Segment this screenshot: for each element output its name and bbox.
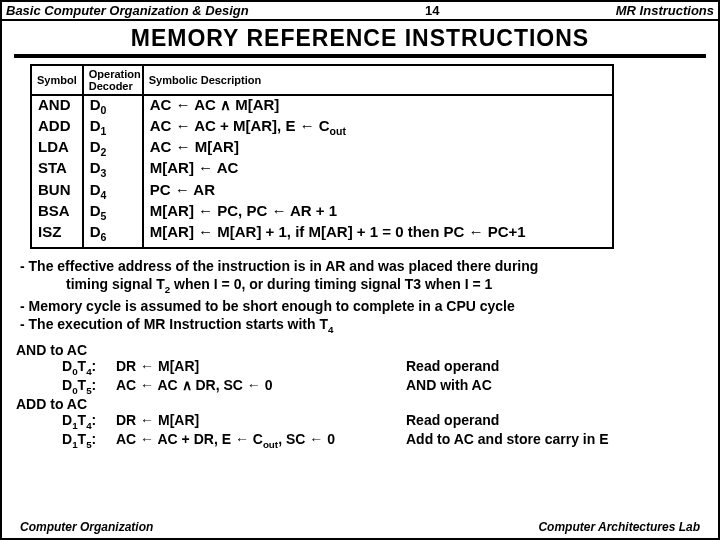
instruction-table: Symbol Operation Decoder Symbolic Descri… <box>30 64 614 249</box>
footer-bar: Computer Organization Computer Architect… <box>2 520 718 534</box>
slide-page: Basic Computer Organization & Design 14 … <box>0 0 720 540</box>
cell-decoder: D0 <box>83 95 143 117</box>
exec-comment: AND with AC <box>406 377 704 396</box>
th-decoder: Operation Decoder <box>83 65 143 95</box>
table-row: LDAD2AC ← M[AR] <box>31 138 613 159</box>
th-symbol: Symbol <box>31 65 83 95</box>
cell-decoder: D4 <box>83 181 143 202</box>
exec-expr: DR ← M[AR] <box>116 412 406 431</box>
exec-row: D1T4: DR ← M[AR] Read operand <box>16 412 704 431</box>
cell-symbol: LDA <box>31 138 83 159</box>
table-row: ANDD0AC ← AC ∧ M[AR] <box>31 95 613 117</box>
exec-label: D0T4: <box>16 358 116 377</box>
cell-decoder: D3 <box>83 159 143 180</box>
table-row: BSAD5M[AR] ← PC, PC ← AR + 1 <box>31 202 613 223</box>
exec-comment: Add to AC and store carry in E <box>406 431 704 450</box>
cell-description: AC ← AC ∧ M[AR] <box>143 95 613 117</box>
header-left: Basic Computer Organization & Design <box>6 3 249 18</box>
header-bar: Basic Computer Organization & Design 14 … <box>2 2 718 21</box>
exec-row: D0T4: DR ← M[AR] Read operand <box>16 358 704 377</box>
header-right: MR Instructions <box>616 3 714 18</box>
execution-block: AND to AC D0T4: DR ← M[AR] Read operand … <box>16 342 704 449</box>
th-description: Symbolic Description <box>143 65 613 95</box>
title-rule <box>14 54 706 58</box>
note-line: - The execution of MR Instruction starts… <box>20 315 700 337</box>
cell-decoder: D1 <box>83 117 143 138</box>
exec-expr: AC ← AC ∧ DR, SC ← 0 <box>116 377 406 396</box>
table-row: BUND4PC ← AR <box>31 181 613 202</box>
note-line-cont: timing signal T2 when I = 0, or during t… <box>20 275 700 297</box>
cell-description: AC ← M[AR] <box>143 138 613 159</box>
table-row: ADDD1AC ← AC + M[AR], E ← Cout <box>31 117 613 138</box>
table-row: STAD3M[AR] ← AC <box>31 159 613 180</box>
exec-expr: DR ← M[AR] <box>116 358 406 377</box>
table-header-row: Symbol Operation Decoder Symbolic Descri… <box>31 65 613 95</box>
cell-description: PC ← AR <box>143 181 613 202</box>
table-row: ISZD6M[AR] ← M[AR] + 1, if M[AR] + 1 = 0… <box>31 223 613 248</box>
cell-description: AC ← AC + M[AR], E ← Cout <box>143 117 613 138</box>
cell-decoder: D6 <box>83 223 143 248</box>
cell-symbol: BUN <box>31 181 83 202</box>
exec-row: D0T5: AC ← AC ∧ DR, SC ← 0 AND with AC <box>16 377 704 396</box>
cell-description: M[AR] ← PC, PC ← AR + 1 <box>143 202 613 223</box>
cell-symbol: STA <box>31 159 83 180</box>
exec-comment: Read operand <box>406 412 704 431</box>
exec-expr: AC ← AC + DR, E ← Cout, SC ← 0 <box>116 431 406 450</box>
cell-symbol: ISZ <box>31 223 83 248</box>
footer-right: Computer Architectures Lab <box>538 520 700 534</box>
cell-decoder: D5 <box>83 202 143 223</box>
cell-description: M[AR] ← AC <box>143 159 613 180</box>
note-line: - Memory cycle is assumed to be short en… <box>20 297 700 315</box>
exec-label: D0T5: <box>16 377 116 396</box>
cell-symbol: AND <box>31 95 83 117</box>
exec-label: D1T4: <box>16 412 116 431</box>
page-number: 14 <box>425 3 439 18</box>
cell-symbol: ADD <box>31 117 83 138</box>
cell-symbol: BSA <box>31 202 83 223</box>
exec-comment: Read operand <box>406 358 704 377</box>
note-line: - The effective address of the instructi… <box>20 257 700 275</box>
cell-decoder: D2 <box>83 138 143 159</box>
exec-heading: ADD to AC <box>16 396 704 412</box>
notes-block: - The effective address of the instructi… <box>20 257 700 336</box>
cell-description: M[AR] ← M[AR] + 1, if M[AR] + 1 = 0 then… <box>143 223 613 248</box>
exec-label: D1T5: <box>16 431 116 450</box>
exec-row: D1T5: AC ← AC + DR, E ← Cout, SC ← 0 Add… <box>16 431 704 450</box>
footer-left: Computer Organization <box>20 520 153 534</box>
page-title: MEMORY REFERENCE INSTRUCTIONS <box>2 21 718 54</box>
exec-heading: AND to AC <box>16 342 704 358</box>
